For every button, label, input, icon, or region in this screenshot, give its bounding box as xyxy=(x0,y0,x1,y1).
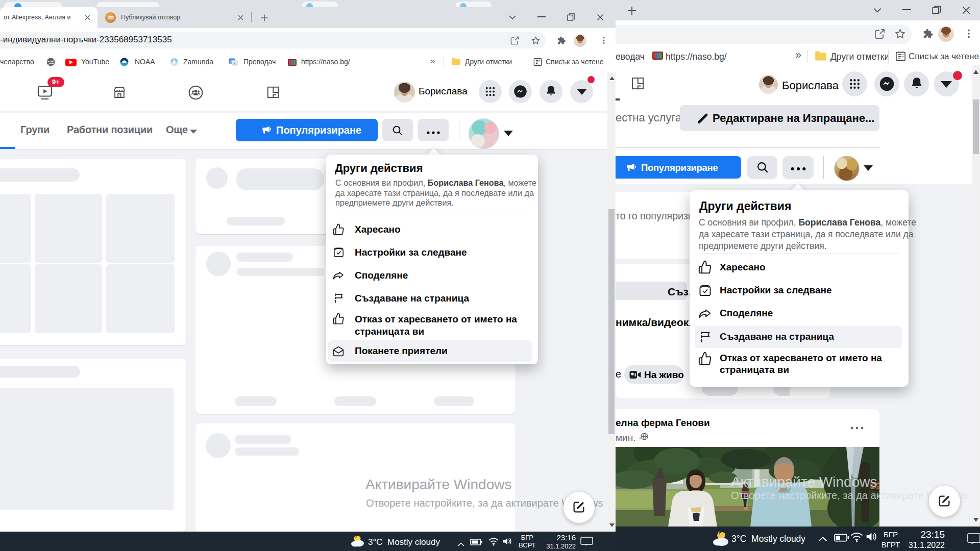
svg-text:x: x xyxy=(233,62,235,66)
svg-text:G: G xyxy=(230,60,233,64)
